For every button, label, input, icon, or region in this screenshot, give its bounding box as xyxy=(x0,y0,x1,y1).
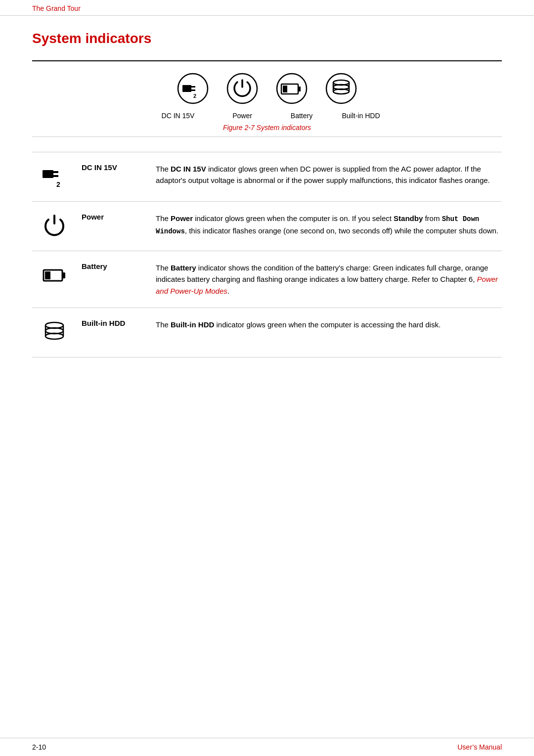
figure-battery-icon xyxy=(274,71,309,106)
table-row: 2 DC IN 15V The DC IN 15V indicator glow… xyxy=(32,152,502,202)
figure-power-icon xyxy=(225,71,260,106)
dc-in-desc: The DC IN 15V indicator glows green when… xyxy=(156,152,502,202)
indicator-table: 2 DC IN 15V The DC IN 15V indicator glow… xyxy=(32,152,502,357)
power-icon-cell xyxy=(32,202,82,251)
svg-rect-2 xyxy=(191,86,195,88)
hdd-icon-cell xyxy=(32,308,82,357)
power-desc: The Power indicator glows green when the… xyxy=(156,202,502,251)
power-name: Power xyxy=(82,202,156,251)
page-title: System indicators xyxy=(32,31,502,46)
svg-rect-3 xyxy=(191,89,195,91)
svg-rect-16 xyxy=(43,170,53,178)
main-content: System indicators 2 xyxy=(0,16,534,387)
breadcrumb-link[interactable]: The Grand Tour xyxy=(32,4,81,12)
svg-rect-21 xyxy=(62,272,65,278)
svg-rect-1 xyxy=(182,85,191,92)
table-row: Built-in HDD The Built-in HDD indicator … xyxy=(32,308,502,357)
battery-icon-cell xyxy=(32,251,82,308)
svg-rect-17 xyxy=(53,171,58,173)
figure-hdd-icon xyxy=(324,71,358,106)
dc-in-name: DC IN 15V xyxy=(82,152,156,202)
svg-text:2: 2 xyxy=(56,180,60,188)
dc-in-icon-cell: 2 xyxy=(32,152,82,202)
svg-rect-9 xyxy=(283,86,287,92)
figure-icons-row: 2 xyxy=(32,71,502,106)
page-footer: 2-10 User’s Manual xyxy=(0,738,534,756)
table-row: Battery The Battery indicator shows the … xyxy=(32,251,502,308)
svg-text:2: 2 xyxy=(193,93,196,99)
battery-name: Battery xyxy=(82,251,156,308)
battery-desc: The Battery indicator shows the conditio… xyxy=(156,251,502,308)
figure-caption: Figure 2-7 System indicators xyxy=(32,124,502,132)
figure-label-battery: Battery xyxy=(272,112,331,120)
figure-label-dcin: DC IN 15V xyxy=(143,112,213,120)
top-bar: The Grand Tour xyxy=(0,0,534,16)
svg-rect-18 xyxy=(53,175,58,177)
svg-rect-8 xyxy=(298,87,301,91)
footer-page-number: 2-10 xyxy=(32,743,46,751)
figure-container: 2 xyxy=(32,60,502,137)
power-modes-link[interactable]: Power and Power-Up Modes xyxy=(156,275,498,295)
footer-manual-label: User’s Manual xyxy=(457,743,502,751)
table-row: Power The Power indicator glows green wh… xyxy=(32,202,502,251)
figure-label-hdd: Built-in HDD xyxy=(331,112,391,120)
figure-labels-row: DC IN 15V Power Battery Built-in HDD xyxy=(32,112,502,120)
figure-dc-in-icon: 2 xyxy=(176,71,210,106)
hdd-name: Built-in HDD xyxy=(82,308,156,357)
hdd-desc: The Built-in HDD indicator glows green w… xyxy=(156,308,502,357)
figure-label-power: Power xyxy=(213,112,272,120)
svg-rect-22 xyxy=(45,271,50,279)
svg-point-5 xyxy=(227,74,257,103)
